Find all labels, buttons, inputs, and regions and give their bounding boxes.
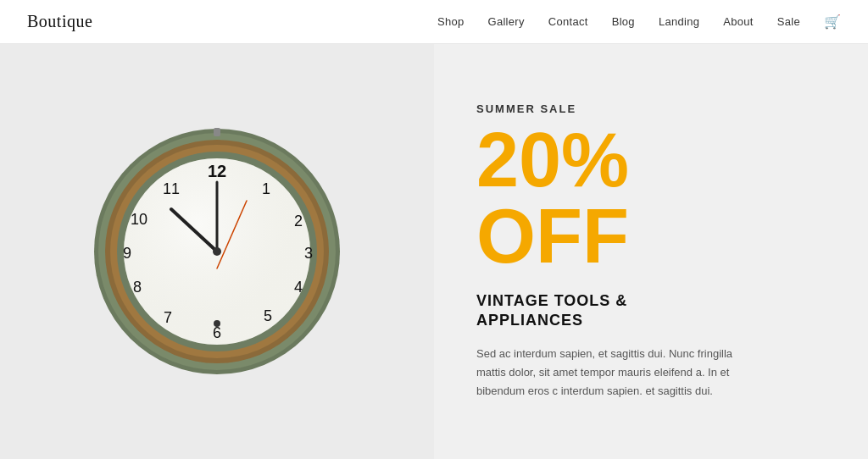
svg-text:11: 11 [163, 180, 180, 197]
svg-text:4: 4 [294, 279, 303, 296]
svg-text:8: 8 [133, 279, 142, 296]
svg-point-23 [213, 247, 221, 256]
product-description: Sed ac interdum sapien, et sagittis dui.… [476, 345, 765, 401]
discount-percentage: 20% [476, 122, 826, 198]
svg-rect-24 [214, 128, 220, 136]
nav-blog[interactable]: Blog [612, 15, 635, 28]
cart-icon[interactable]: 🛒 [824, 14, 841, 30]
svg-text:5: 5 [264, 307, 272, 324]
nav-sale[interactable]: Sale [777, 15, 800, 28]
nav-about[interactable]: About [723, 15, 753, 28]
svg-text:9: 9 [123, 245, 131, 262]
clock-image: 12 1 2 3 4 5 6 7 8 9 10 [90, 124, 344, 379]
hero-section: 12 1 2 3 4 5 6 7 8 9 10 [0, 44, 868, 459]
svg-text:12: 12 [208, 162, 226, 180]
hero-content-panel: SUMMER SALE 20% OFF VINTAGE TOOLS &APPLI… [434, 44, 868, 459]
svg-text:10: 10 [131, 211, 147, 228]
nav-shop[interactable]: Shop [437, 15, 465, 28]
site-logo[interactable]: Boutique [27, 12, 92, 31]
nav-gallery[interactable]: Gallery [487, 15, 524, 28]
nav-contact[interactable]: Contact [548, 15, 588, 28]
product-title: VINTAGE TOOLS &APPLIANCES [476, 291, 826, 331]
nav-landing[interactable]: Landing [659, 15, 699, 28]
svg-point-19 [214, 320, 220, 327]
hero-image-panel: 12 1 2 3 4 5 6 7 8 9 10 [0, 44, 434, 459]
svg-text:7: 7 [164, 309, 172, 326]
sale-label: SUMMER SALE [476, 102, 826, 115]
svg-text:3: 3 [304, 245, 313, 262]
svg-text:2: 2 [294, 213, 303, 230]
svg-text:1: 1 [262, 180, 270, 197]
main-nav: Shop Gallery Contact Blog Landing About … [437, 14, 841, 30]
off-text: OFF [476, 198, 826, 274]
site-header: Boutique Shop Gallery Contact Blog Landi… [0, 0, 868, 44]
